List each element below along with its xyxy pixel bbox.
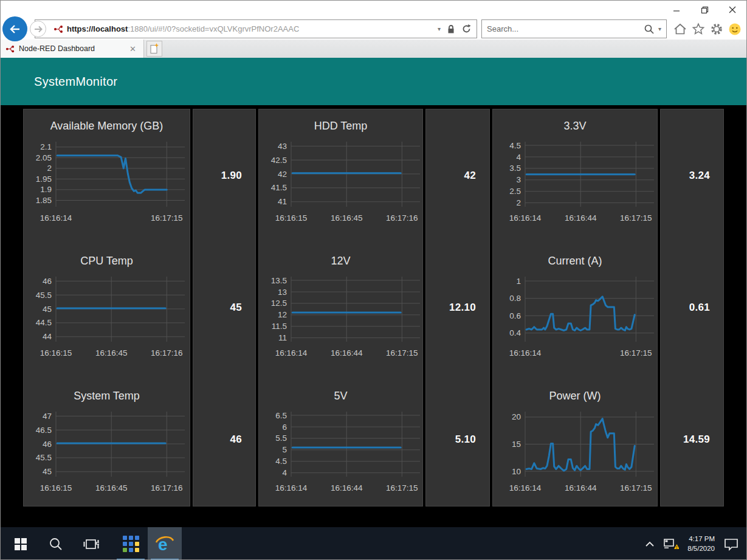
tray-chevron-icon[interactable] (645, 541, 655, 547)
start-button[interactable] (7, 527, 35, 560)
lock-icon[interactable] (447, 24, 455, 34)
chart-12v: 13.51312.51211.51116:16:1416:16:4416:17:… (259, 271, 422, 379)
url-text: https://localhost:1880/ui/#!/0?socketid=… (67, 24, 299, 33)
value-card-column-3: 3.24 0.61 14.59 (660, 109, 724, 506)
svg-text:2: 2 (516, 198, 521, 207)
settings-gear-icon[interactable] (709, 22, 724, 36)
svg-text:5.5: 5.5 (275, 434, 287, 443)
svg-text:6: 6 (282, 423, 287, 432)
svg-text:16:16:45: 16:16:45 (331, 213, 363, 223)
chart-title: Current (A) (493, 244, 657, 271)
svg-text:16:16:15: 16:16:15 (40, 483, 72, 493)
chart-title: HDD Temp (259, 109, 422, 136)
pinned-app-button[interactable] (114, 527, 148, 560)
tab-nodered-dashboard[interactable]: Node-RED Dashboard ✕ (1, 40, 144, 58)
chart-group-cpu-temp: CPU Temp 4645.54544.54416:16:1516:16:451… (24, 244, 190, 379)
chart-hdd-temp: 4342.54241.54116:16:1516:16:4516:17:16 (259, 136, 422, 244)
svg-text:44: 44 (43, 332, 52, 341)
value-5v: 5.10 (426, 374, 489, 506)
chart-group-12v: 12V 13.51312.51211.51116:16:1416:16:4416… (259, 244, 422, 379)
svg-text:2.1: 2.1 (40, 142, 52, 151)
internet-explorer-button[interactable]: e (148, 527, 182, 560)
svg-text:12.5: 12.5 (271, 299, 287, 308)
svg-text:15: 15 (512, 440, 521, 449)
svg-text:45: 45 (43, 467, 52, 476)
restore-button[interactable] (690, 1, 718, 19)
svg-text:11.5: 11.5 (272, 322, 287, 331)
svg-text:16:16:14: 16:16:14 (40, 213, 72, 223)
svg-text:46: 46 (43, 277, 52, 286)
value-text: 42 (464, 170, 476, 182)
svg-text:0.4: 0.4 (509, 328, 521, 337)
forward-arrow-icon (33, 24, 43, 34)
minimize-button[interactable] (663, 1, 690, 19)
taskbar-clock[interactable]: 4:17 PM 8/5/2020 (687, 534, 715, 553)
address-input[interactable]: https://localhost:1880/ui/#!/0?socketid=… (35, 19, 477, 38)
svg-text:16:16:44: 16:16:44 (565, 213, 597, 223)
refresh-icon[interactable] (461, 24, 472, 34)
chart-3-3v: 4.543.532.5216:16:1416:16:4416:17:15 (493, 136, 657, 244)
network-warning-icon[interactable] (663, 538, 679, 551)
svg-text:16:16:44: 16:16:44 (331, 348, 363, 358)
chart-title: 5V (259, 379, 422, 406)
task-view-button[interactable] (77, 527, 105, 560)
svg-text:2.5: 2.5 (509, 187, 521, 196)
svg-text:5: 5 (282, 445, 287, 454)
svg-text:3: 3 (516, 175, 521, 184)
chart-group-power: Power (W) 20151016:16:1416:16:4416:17:15 (493, 379, 657, 514)
favorites-star-icon[interactable] (691, 22, 706, 36)
svg-text:42: 42 (278, 170, 287, 179)
chart-system-temp: 4746.54645.54516:16:1516:16:4516:17:16 (24, 406, 190, 514)
back-button[interactable] (2, 16, 27, 41)
svg-text:13.5: 13.5 (271, 276, 287, 285)
address-dropdown-icon[interactable]: ▾ (438, 26, 441, 32)
chart-group-current: Current (A) 10.80.60.416:16:1416:17:15 (493, 244, 657, 379)
svg-text:4.5: 4.5 (509, 141, 521, 150)
new-tab-icon (150, 43, 159, 54)
nodered-favicon-icon (53, 24, 63, 34)
value-text: 12.10 (449, 302, 476, 314)
svg-text:16:16:44: 16:16:44 (565, 483, 597, 493)
internet-explorer-icon: e (154, 534, 175, 554)
svg-text:45: 45 (43, 305, 52, 314)
tab-close-icon[interactable]: ✕ (127, 44, 139, 54)
value-3-3v: 3.24 (661, 109, 723, 241)
chart-group-5v: 5V 6.565.554.5416:16:1416:16:4416:17:15 (259, 379, 422, 514)
svg-text:13: 13 (278, 288, 287, 297)
svg-text:16:16:44: 16:16:44 (331, 483, 363, 493)
svg-text:16:17:15: 16:17:15 (386, 483, 418, 493)
tab-title: Node-RED Dashboard (19, 44, 123, 53)
value-text: 1.90 (221, 170, 242, 182)
search-dropdown-icon[interactable]: ▾ (658, 26, 661, 32)
system-tray: 4:17 PM 8/5/2020 (645, 527, 746, 560)
taskbar-search-button[interactable] (42, 527, 70, 560)
url-host: https://localhost (67, 24, 128, 33)
browser-toolbar (669, 19, 746, 40)
svg-text:16:17:15: 16:17:15 (620, 483, 652, 493)
svg-text:6.5: 6.5 (275, 411, 287, 420)
search-input[interactable]: Search... ▾ (481, 19, 667, 38)
page-title: SystemMonitor (34, 75, 117, 89)
search-icon[interactable] (644, 24, 655, 35)
svg-text:2: 2 (47, 164, 52, 173)
new-tab-button[interactable] (146, 41, 162, 57)
svg-text:4: 4 (516, 153, 521, 162)
chart-title: 3.3V (493, 109, 657, 136)
close-button[interactable] (718, 1, 746, 19)
svg-text:16:16:14: 16:16:14 (509, 348, 542, 358)
value-cpu-temp: 45 (193, 241, 255, 373)
chart-group-3-3v: 3.3V 4.543.532.5216:16:1416:16:4416:17:1… (493, 109, 657, 244)
browser-window: https://localhost:1880/ui/#!/0?socketid=… (0, 0, 747, 560)
value-text: 3.24 (689, 170, 710, 182)
svg-text:41.5: 41.5 (271, 183, 287, 192)
forward-button[interactable] (30, 21, 46, 37)
address-bar-row: https://localhost:1880/ui/#!/0?socketid=… (1, 19, 746, 40)
url-path: :1880/ui/#!/0?socketid=vxQLVKgrvrPfNOr2A… (128, 24, 299, 33)
svg-text:47: 47 (43, 412, 52, 421)
feedback-smiley-icon[interactable] (728, 22, 742, 36)
action-center-icon[interactable] (723, 538, 739, 551)
home-icon[interactable] (673, 22, 687, 36)
chart-title: Power (W) (493, 379, 657, 406)
dashboard-body: Available Memory (GB) 2.12.0521.951.91.8… (1, 105, 746, 527)
svg-text:1.85: 1.85 (36, 196, 52, 205)
